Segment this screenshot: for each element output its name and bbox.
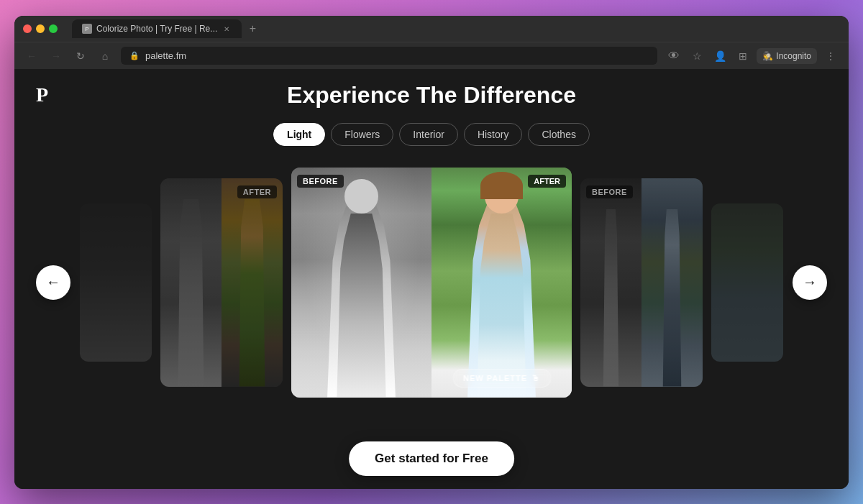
cursor-icon: 🖱 (531, 374, 540, 382)
extensions-icon[interactable]: ⊞ (734, 47, 752, 65)
card-right[interactable]: BEFORE (580, 178, 703, 387)
maximize-button[interactable] (49, 24, 58, 33)
incognito-button[interactable]: 🕵 Incognito (757, 48, 817, 64)
tab-title: Colorize Photo | Try Free | Re... (96, 24, 217, 34)
after-badge: AFTER (528, 175, 566, 188)
lock-icon: 🔒 (129, 51, 140, 60)
bookmark-icon[interactable]: ☆ (688, 47, 706, 65)
filter-tabs: Light Flowers Interior History Clothes (273, 123, 590, 146)
before-badge: BEFORE (297, 175, 344, 188)
back-button[interactable]: ← (23, 47, 40, 65)
card-left-after-badge: AFTER (237, 185, 277, 198)
site-logo[interactable]: P (36, 83, 48, 106)
tab-close-button[interactable]: ✕ (222, 24, 232, 34)
minimize-button[interactable] (36, 24, 45, 33)
cta-section: Get started for Free (349, 441, 514, 476)
color-photo (432, 168, 572, 398)
card-right-after-panel (641, 178, 703, 387)
page-headline: Experience The Difference (287, 82, 576, 109)
card-right-image (580, 178, 703, 387)
card-center[interactable]: BEFORE (291, 168, 572, 398)
carousel-container: AFTER (14, 162, 849, 403)
incognito-label: Incognito (776, 51, 811, 61)
home-button[interactable]: ⌂ (96, 47, 114, 65)
url-bar[interactable]: 🔒 palette.fm (121, 47, 657, 65)
card-left[interactable]: AFTER (160, 178, 283, 387)
new-palette-label: NEW PALETTE (463, 374, 527, 382)
forward-button[interactable]: → (47, 47, 65, 65)
new-tab-button[interactable]: + (245, 21, 260, 37)
menu-button[interactable]: ⋮ (821, 47, 840, 65)
card-right-before-panel (580, 178, 641, 387)
card-left-before-panel (160, 178, 222, 387)
browser-actions: 👁 ☆ 👤 ⊞ 🕵 Incognito ⋮ (665, 47, 840, 65)
incognito-icon: 🕵 (762, 51, 773, 61)
carousel-next-button[interactable]: → (793, 265, 827, 300)
close-button[interactable] (23, 24, 32, 33)
get-started-button[interactable]: Get started for Free (349, 441, 514, 476)
traffic-lights (23, 24, 58, 33)
bw-photo (291, 168, 432, 398)
card-left-image (160, 178, 283, 387)
eye-off-icon: 👁 (665, 47, 683, 65)
filter-tab-interior[interactable]: Interior (399, 123, 458, 146)
browser-window: P Colorize Photo | Try Free | Re... ✕ + … (14, 16, 849, 489)
tab-favicon: P (82, 24, 92, 34)
new-palette-button[interactable]: NEW PALETTE 🖱 (452, 369, 551, 388)
card-far-right (711, 203, 783, 362)
address-bar: ← → ↻ ⌂ 🔒 palette.fm 👁 ☆ 👤 ⊞ 🕵 Incognito… (14, 42, 849, 69)
card-far-left (80, 203, 152, 362)
active-tab[interactable]: P Colorize Photo | Try Free | Re... ✕ (72, 19, 242, 38)
profile-icon[interactable]: 👤 (711, 47, 729, 65)
filter-tab-history[interactable]: History (464, 123, 523, 146)
carousel-prev-button[interactable]: ← (36, 265, 70, 300)
url-text: palette.fm (145, 50, 186, 61)
before-panel: BEFORE (291, 168, 432, 398)
before-after-split: BEFORE (291, 168, 572, 398)
filter-tab-light[interactable]: Light (273, 123, 325, 146)
titlebar: P Colorize Photo | Try Free | Re... ✕ + (14, 16, 849, 42)
card-left-after-panel (222, 178, 283, 387)
main-section: Experience The Difference Light Flowers … (14, 69, 849, 403)
filter-tab-flowers[interactable]: Flowers (331, 123, 393, 146)
card-right-before-badge: BEFORE (586, 185, 633, 198)
reload-button[interactable]: ↻ (72, 47, 89, 65)
page-content: P Experience The Difference Light Flower… (14, 69, 849, 489)
filter-tab-clothes[interactable]: Clothes (528, 123, 589, 146)
carousel-track: AFTER (14, 162, 849, 403)
after-panel: AFTER NEW PALETTE 🖱 (432, 168, 572, 398)
tab-bar: P Colorize Photo | Try Free | Re... ✕ + (72, 19, 840, 38)
